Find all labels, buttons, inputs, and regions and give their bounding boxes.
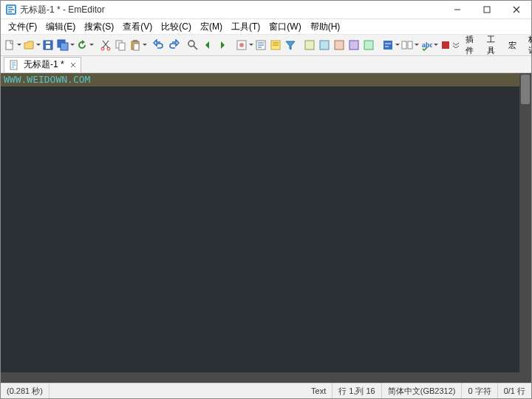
plugins-button[interactable]: 插件 bbox=[460, 32, 480, 58]
main-toolbar: abc 插件 工具 宏 标记 bbox=[1, 35, 531, 56]
svg-rect-22 bbox=[320, 41, 329, 50]
document-icon bbox=[9, 60, 19, 70]
spell-button[interactable]: abc bbox=[420, 36, 433, 54]
copy-button[interactable] bbox=[114, 36, 127, 54]
svg-rect-2 bbox=[484, 7, 490, 13]
cut-button[interactable] bbox=[99, 36, 112, 54]
menu-compare[interactable]: 比较(C) bbox=[157, 19, 196, 35]
back-button[interactable] bbox=[201, 36, 214, 54]
svg-rect-15 bbox=[134, 44, 139, 50]
undo-button[interactable] bbox=[152, 36, 166, 54]
window-title: 无标题-1 * - EmEditor bbox=[20, 4, 105, 16]
menu-edit[interactable]: 编辑(E) bbox=[41, 19, 80, 35]
tools-button[interactable]: 工具 bbox=[482, 32, 502, 58]
menu-tools[interactable]: 工具(T) bbox=[227, 19, 265, 35]
record-button[interactable] bbox=[439, 36, 452, 54]
reload-dropdown[interactable] bbox=[89, 44, 94, 47]
svg-rect-30 bbox=[442, 41, 449, 49]
application-window: 无标题-1 * - EmEditor 文件(F) 编辑(E) 搜索(S) 查看(… bbox=[0, 0, 532, 399]
markers-button[interactable]: 标记 bbox=[523, 32, 532, 58]
spell-dropdown[interactable] bbox=[434, 44, 438, 47]
toolbar-right-group: 插件 工具 宏 标记 bbox=[453, 32, 532, 58]
new-file-dropdown[interactable] bbox=[17, 44, 21, 47]
paste-dropdown[interactable] bbox=[143, 44, 147, 47]
status-mode[interactable]: Text bbox=[305, 383, 332, 398]
horizontal-scrollbar[interactable] bbox=[1, 372, 531, 383]
tb-btn-5[interactable] bbox=[362, 36, 375, 54]
wrap-dropdown[interactable] bbox=[395, 44, 400, 47]
paste-button[interactable] bbox=[129, 36, 142, 54]
svg-rect-12 bbox=[119, 43, 125, 50]
find-button[interactable] bbox=[186, 36, 200, 54]
title-bar: 无标题-1 * - EmEditor bbox=[1, 1, 531, 19]
config-button[interactable] bbox=[235, 36, 248, 54]
document-tab-label: 无标题-1 * bbox=[24, 58, 64, 71]
vertical-scroll-thumb[interactable] bbox=[521, 75, 530, 104]
menu-bar: 文件(F) 编辑(E) 搜索(S) 查看(V) 比较(C) 宏(M) 工具(T)… bbox=[1, 19, 531, 35]
svg-rect-25 bbox=[364, 41, 373, 50]
compare-button[interactable] bbox=[400, 36, 414, 54]
svg-point-16 bbox=[188, 41, 194, 47]
svg-rect-26 bbox=[383, 41, 392, 50]
menu-file[interactable]: 文件(F) bbox=[4, 19, 41, 35]
svg-rect-8 bbox=[61, 43, 68, 50]
wrap-button[interactable] bbox=[381, 36, 395, 54]
vertical-scrollbar[interactable] bbox=[519, 73, 531, 372]
save-button[interactable] bbox=[41, 36, 55, 54]
macros-button[interactable]: 宏 bbox=[503, 38, 522, 53]
menu-macros[interactable]: 宏(M) bbox=[196, 19, 227, 35]
app-icon bbox=[5, 4, 17, 16]
svg-point-18 bbox=[239, 43, 244, 47]
editor-selection-line: WWW.WEIDOWN.COM bbox=[1, 73, 519, 86]
svg-rect-14 bbox=[133, 40, 137, 42]
close-button[interactable] bbox=[502, 1, 531, 18]
document-tab-bar: 无标题-1 * bbox=[1, 56, 531, 73]
status-lines: 0/1 行 bbox=[498, 383, 531, 398]
save-dropdown[interactable] bbox=[70, 44, 75, 47]
filter-button[interactable] bbox=[284, 36, 297, 54]
status-bar: (0.281 秒) Text 行 1,列 16 简体中文(GB2312) 0 字… bbox=[1, 383, 531, 398]
minimize-button[interactable] bbox=[443, 1, 472, 18]
tb-btn-4[interactable] bbox=[347, 36, 361, 54]
svg-rect-6 bbox=[46, 41, 50, 44]
toolbar-overflow[interactable] bbox=[453, 37, 459, 53]
redo-button[interactable] bbox=[167, 36, 180, 54]
open-file-dropdown[interactable] bbox=[36, 44, 41, 47]
status-chars: 0 字符 bbox=[462, 383, 497, 398]
config-dropdown[interactable] bbox=[249, 44, 253, 47]
svg-rect-23 bbox=[335, 41, 344, 50]
menu-help[interactable]: 帮助(H) bbox=[306, 19, 345, 35]
svg-rect-28 bbox=[408, 41, 412, 49]
svg-rect-3 bbox=[6, 41, 13, 50]
editor-area: WWW.WEIDOWN.COM bbox=[1, 73, 531, 372]
menu-view[interactable]: 查看(V) bbox=[118, 19, 157, 35]
reload-button[interactable] bbox=[75, 36, 89, 54]
status-encoding[interactable]: 简体中文(GB2312) bbox=[382, 383, 463, 398]
open-file-button[interactable] bbox=[22, 36, 35, 54]
save-all-button[interactable] bbox=[56, 36, 69, 54]
status-position[interactable]: 行 1,列 16 bbox=[332, 383, 382, 398]
tb-btn-1[interactable] bbox=[303, 36, 316, 54]
status-time: (0.281 秒) bbox=[1, 383, 50, 398]
compare-dropdown[interactable] bbox=[415, 44, 419, 47]
tb-btn-3[interactable] bbox=[332, 36, 346, 54]
popup-button[interactable] bbox=[254, 36, 267, 54]
document-tab[interactable]: 无标题-1 * bbox=[4, 57, 81, 72]
tb-btn-2[interactable] bbox=[318, 36, 331, 54]
new-file-button[interactable] bbox=[3, 36, 16, 54]
maximize-button[interactable] bbox=[472, 1, 502, 18]
editor-line-text: WWW.WEIDOWN.COM bbox=[4, 74, 90, 85]
menu-window[interactable]: 窗口(W) bbox=[265, 19, 305, 35]
svg-rect-5 bbox=[46, 45, 50, 49]
editor-content[interactable]: WWW.WEIDOWN.COM bbox=[1, 73, 519, 372]
tab-close-button[interactable] bbox=[69, 61, 78, 69]
forward-button[interactable] bbox=[216, 36, 229, 54]
svg-rect-27 bbox=[402, 41, 406, 49]
highlight-button[interactable] bbox=[269, 36, 282, 54]
svg-rect-24 bbox=[349, 41, 358, 50]
menu-search[interactable]: 搜索(S) bbox=[80, 19, 118, 35]
svg-rect-21 bbox=[305, 41, 314, 50]
